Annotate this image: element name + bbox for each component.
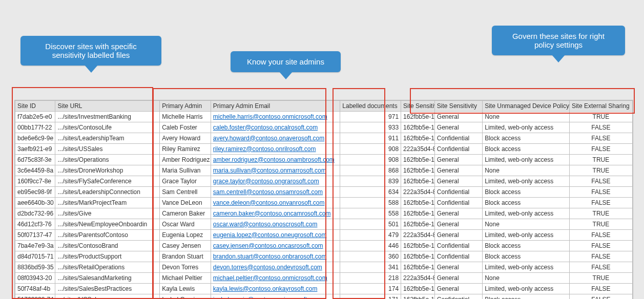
- cell[interactable]: General: [434, 176, 482, 187]
- cell[interactable]: 162fbb5e-1f: [401, 284, 435, 294]
- cell[interactable]: 162fbb5e-1f: [401, 219, 435, 230]
- cell[interactable]: 162fbb5e-1f: [401, 176, 435, 187]
- callout-tail-icon: [84, 65, 98, 73]
- cell[interactable]: Confidential: [434, 198, 482, 208]
- cell[interactable]: 162fbb5e-1f: [401, 262, 435, 273]
- cell[interactable]: Block access: [483, 241, 570, 251]
- cell[interactable]: FALSE: [569, 241, 632, 251]
- redbox-admins: [153, 88, 326, 299]
- cell[interactable]: Block access: [483, 294, 570, 300]
- cell[interactable]: 222a35d4-8a: [401, 187, 435, 198]
- callout-line: Know your site admins: [241, 57, 330, 66]
- cell[interactable]: FALSE: [569, 262, 632, 273]
- cell[interactable]: FALSE: [569, 144, 632, 155]
- cell[interactable]: FALSE: [569, 251, 632, 262]
- cell[interactable]: Confidential: [434, 133, 482, 144]
- cell[interactable]: 162fbb5e-1f: [401, 165, 435, 176]
- cell[interactable]: Confidential: [434, 241, 482, 251]
- cell[interactable]: Confidential: [434, 251, 482, 262]
- callout-line: Govern these sites for right: [502, 32, 615, 40]
- cell[interactable]: General: [434, 208, 482, 219]
- cell[interactable]: 222a35d4-8a: [401, 273, 435, 284]
- cell[interactable]: FALSE: [569, 198, 632, 208]
- cell[interactable]: Block access: [483, 187, 570, 198]
- cell[interactable]: FALSE: [569, 284, 632, 294]
- cell[interactable]: FALSE: [569, 230, 632, 241]
- cell[interactable]: TRUE: [569, 273, 632, 284]
- cell[interactable]: Limited, web-only access: [483, 155, 570, 165]
- cell[interactable]: 162fbb5e-1f: [401, 251, 435, 262]
- cell[interactable]: 162fbb5e-1f: [401, 155, 435, 165]
- callout-govern: Govern these sites for right policy sett…: [492, 26, 625, 55]
- cell[interactable]: General: [434, 155, 482, 165]
- redbox-sites: [12, 87, 153, 299]
- cell[interactable]: TRUE: [569, 155, 632, 165]
- callout-discover: Discover sites with specific sensitivity…: [20, 36, 161, 66]
- cell[interactable]: Block access: [483, 251, 570, 262]
- cell[interactable]: Limited, web-only access: [483, 262, 570, 273]
- cell[interactable]: TRUE: [569, 165, 632, 176]
- cell[interactable]: Block access: [483, 144, 570, 155]
- callout-line: Discover sites with specific: [31, 42, 151, 51]
- cell[interactable]: Block access: [483, 198, 570, 208]
- cell[interactable]: Limited, web-only access: [483, 284, 570, 294]
- cell[interactable]: Confidential: [434, 144, 482, 155]
- cell[interactable]: General: [434, 273, 482, 284]
- cell[interactable]: 162fbb5e-1f: [401, 122, 435, 133]
- callout-line: sensitivity labelled files: [31, 51, 151, 59]
- cell[interactable]: Block access: [483, 133, 570, 144]
- callout-tail-icon: [551, 54, 566, 62]
- cell[interactable]: TRUE: [569, 219, 632, 230]
- cell[interactable]: General: [434, 165, 482, 176]
- cell[interactable]: General: [434, 262, 482, 273]
- cell[interactable]: Limited, web-only access: [483, 208, 570, 219]
- cell[interactable]: TRUE: [569, 208, 632, 219]
- cell[interactable]: FALSE: [569, 294, 632, 300]
- cell[interactable]: 162fbb5e-1f: [401, 133, 435, 144]
- cell[interactable]: 222a35d4-8a: [401, 144, 435, 155]
- cell[interactable]: None: [483, 165, 570, 176]
- cell[interactable]: General: [434, 230, 482, 241]
- cell[interactable]: None: [483, 219, 570, 230]
- cell[interactable]: General: [434, 122, 482, 133]
- cell[interactable]: FALSE: [569, 122, 632, 133]
- cell[interactable]: Confidential: [434, 187, 482, 198]
- cell[interactable]: 162fbb5e-1f: [401, 294, 435, 300]
- cell[interactable]: None: [483, 273, 570, 284]
- callout-line: policy settings: [502, 40, 615, 49]
- cell[interactable]: 162fbb5e-1f: [401, 241, 435, 251]
- cell[interactable]: Limited, web-only access: [483, 176, 570, 187]
- page: Discover sites with specific sensitivity…: [0, 0, 644, 299]
- redbox-policy-headers: [410, 88, 635, 114]
- cell[interactable]: 162fbb5e-1f: [401, 198, 435, 208]
- cell[interactable]: General: [434, 284, 482, 294]
- cell[interactable]: General: [434, 219, 482, 230]
- cell[interactable]: Limited, web-only access: [483, 122, 570, 133]
- cell[interactable]: FALSE: [569, 133, 632, 144]
- cell[interactable]: Confidential: [434, 294, 482, 300]
- redbox-labelled-docs: [333, 88, 385, 299]
- cell[interactable]: FALSE: [569, 176, 632, 187]
- cell[interactable]: 222a35d4-8a: [401, 230, 435, 241]
- callout-admins: Know your site admins: [231, 51, 341, 72]
- cell[interactable]: FALSE: [569, 187, 632, 198]
- cell[interactable]: Limited, web-only access: [483, 230, 570, 241]
- callout-tail-icon: [279, 71, 293, 79]
- cell[interactable]: 162fbb5e-1f: [401, 208, 435, 219]
